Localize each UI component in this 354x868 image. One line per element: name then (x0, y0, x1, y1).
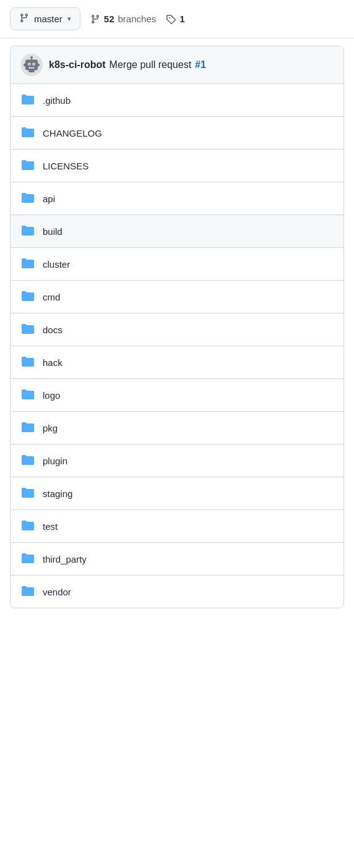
folder-icon (20, 190, 35, 207)
file-row[interactable]: logo (11, 379, 343, 412)
file-row[interactable]: cluster (11, 248, 343, 281)
folder-icon (20, 223, 35, 240)
file-name: LICENSES (43, 161, 88, 171)
folder-icon (20, 124, 35, 142)
file-name: vendor (43, 587, 71, 597)
branches-count: 52 (104, 14, 114, 24)
folder-icon (20, 157, 35, 174)
file-name: hack (43, 357, 63, 368)
file-row[interactable]: hack (11, 346, 343, 379)
svg-rect-4 (33, 64, 35, 65)
file-name: test (43, 521, 58, 532)
folder-icon (20, 321, 35, 338)
branch-selector[interactable]: master ▾ (10, 7, 80, 30)
tags-stat[interactable]: 1 (166, 14, 184, 24)
file-name: CHANGELOG (43, 128, 102, 138)
svg-rect-3 (29, 64, 30, 65)
file-name: third_party (43, 554, 87, 564)
file-row[interactable]: third_party (11, 543, 343, 576)
folder-icon (20, 583, 35, 600)
tag-icon (166, 14, 176, 24)
folder-icon (20, 485, 35, 502)
folder-icon (20, 517, 35, 535)
file-list: k8s-ci-robot Merge pull request #1 .gith… (10, 46, 344, 608)
file-name: .github (43, 95, 71, 106)
file-name: api (43, 194, 55, 204)
folder-icon (20, 386, 35, 404)
svg-rect-5 (28, 67, 35, 69)
file-row[interactable]: api (11, 182, 343, 215)
folder-icon (20, 255, 35, 273)
file-row[interactable]: build (11, 215, 343, 248)
folder-icon (20, 452, 35, 469)
commit-pr-link[interactable]: #1 (195, 59, 206, 70)
svg-rect-9 (38, 64, 40, 67)
file-name: cmd (43, 292, 60, 302)
file-row[interactable]: vendor (11, 576, 343, 608)
file-row[interactable]: staging (11, 477, 343, 510)
commit-author: k8s-ci-robot (49, 59, 106, 70)
branches-label: branches (118, 14, 157, 24)
file-name: cluster (43, 259, 70, 270)
file-name: pkg (43, 423, 58, 433)
file-name: build (43, 226, 63, 237)
file-row[interactable]: LICENSES (11, 150, 343, 182)
file-name: logo (43, 390, 60, 401)
branches-icon (90, 14, 100, 24)
svg-rect-10 (28, 70, 35, 72)
branch-icon (19, 13, 29, 25)
svg-point-7 (30, 56, 33, 59)
folder-icon (20, 91, 35, 109)
file-rows: .github CHANGELOG LICENSES api build clu… (11, 84, 343, 608)
file-row[interactable]: plugin (11, 445, 343, 477)
tags-count: 1 (179, 14, 184, 24)
commit-message: Merge pull request (110, 59, 192, 70)
file-row[interactable]: .github (11, 84, 343, 117)
file-name: staging (43, 488, 72, 499)
file-row[interactable]: pkg (11, 412, 343, 445)
folder-icon (20, 288, 35, 305)
branches-stat[interactable]: 52 branches (90, 14, 156, 24)
file-name: plugin (43, 456, 67, 466)
file-row[interactable]: docs (11, 313, 343, 346)
commit-row: k8s-ci-robot Merge pull request #1 (11, 46, 343, 84)
file-row[interactable]: test (11, 510, 343, 543)
branch-name: master (34, 14, 63, 24)
top-bar: master ▾ 52 branches 1 (0, 0, 354, 38)
file-row[interactable]: cmd (11, 281, 343, 313)
avatar (20, 54, 43, 76)
file-row[interactable]: CHANGELOG (11, 117, 343, 150)
folder-icon (20, 354, 35, 371)
commit-info: k8s-ci-robot Merge pull request #1 (49, 59, 334, 70)
file-name: docs (43, 325, 63, 335)
svg-rect-8 (24, 64, 25, 67)
folder-icon (20, 550, 35, 568)
chevron-down-icon: ▾ (67, 15, 71, 23)
folder-icon (20, 419, 35, 436)
